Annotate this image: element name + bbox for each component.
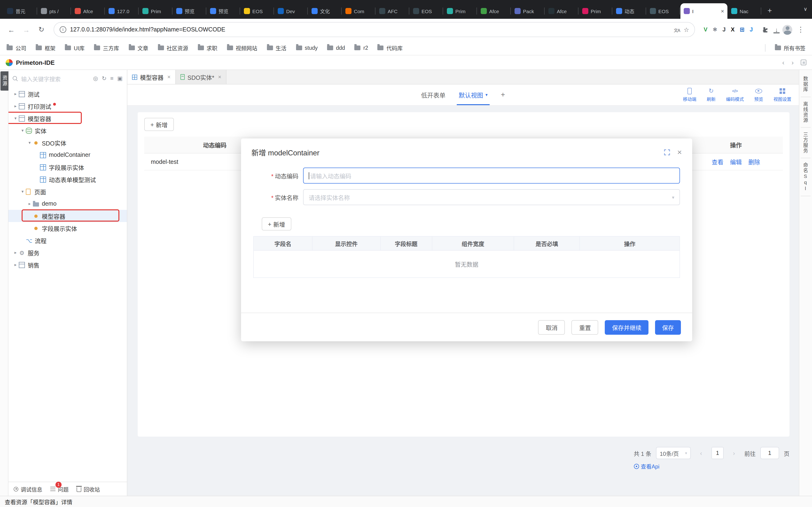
extension-icon[interactable]: ⊞ <box>740 26 745 33</box>
browser-tab[interactable]: 预览 <box>173 3 206 19</box>
tab-close-icon[interactable] <box>167 74 170 80</box>
sort-icon[interactable] <box>110 75 113 82</box>
browser-tab[interactable]: Afce <box>71 3 105 19</box>
document-tab[interactable]: SDO实体* <box>176 70 226 84</box>
bookmark-folder[interactable]: UI库 <box>65 44 85 51</box>
tree-item[interactable]: modelContainer <box>8 149 127 161</box>
extension-icon[interactable]: V <box>704 26 707 33</box>
row-action-link[interactable]: 编辑 <box>730 157 742 166</box>
tree-caret-icon[interactable]: ▾ <box>19 189 26 194</box>
sidebar-search[interactable]: 输入关键字搜索 <box>8 70 127 87</box>
right-vertical-tab[interactable]: 三方服务 <box>801 127 811 158</box>
tree-item[interactable]: 字段展示实体 <box>8 161 127 173</box>
bookmark-folder[interactable]: 文章 <box>129 44 148 51</box>
bookmark-folder[interactable]: r2 <box>354 45 368 50</box>
bookmark-folder[interactable]: study <box>296 45 318 50</box>
tree-caret-icon[interactable]: ▸ <box>12 104 19 108</box>
tab-overflow-chevron-icon[interactable] <box>804 6 807 12</box>
browser-tab[interactable]: pts / <box>38 3 71 19</box>
dialog-add-field-button[interactable]: 新增 <box>262 217 291 230</box>
right-vertical-tab[interactable]: 数据库 <box>801 72 811 97</box>
tree-item[interactable]: ▸销售 <box>8 259 127 271</box>
button-取消[interactable]: 取消 <box>538 320 565 334</box>
profile-avatar[interactable] <box>782 25 792 35</box>
ide-layout-icon[interactable] <box>801 60 806 65</box>
tree-item[interactable]: ▸打印测试 <box>8 100 127 112</box>
bookmark-folder[interactable]: 社区资源 <box>158 44 188 51</box>
translate-icon[interactable] <box>674 26 680 33</box>
primary-button-保存并继续[interactable]: 保存并继续 <box>605 320 649 334</box>
browser-tab[interactable]: Nac <box>728 3 761 19</box>
dynamic-code-input[interactable]: 请输入动态编码 <box>303 168 680 183</box>
bookmark-folder[interactable]: 生活 <box>267 44 287 51</box>
problems-button[interactable]: 问题 1 <box>50 485 68 493</box>
default-view-tab[interactable]: 默认视图 <box>459 84 488 105</box>
current-page-button[interactable]: 1 <box>711 447 724 459</box>
back-button[interactable] <box>5 23 18 36</box>
entity-name-select[interactable]: 请选择实体名称 <box>303 189 680 205</box>
browser-menu-button[interactable] <box>794 23 807 36</box>
bookmark-folder[interactable]: 公司 <box>7 44 26 51</box>
goto-page-input[interactable]: 1 <box>760 447 779 459</box>
tree-item[interactable]: ▾SDO实体 <box>8 136 127 149</box>
view-api-link[interactable]: 查看Api <box>634 462 659 470</box>
browser-tab[interactable]: 文化 <box>308 3 342 19</box>
tree-item[interactable]: 动态表单模型测试 <box>8 173 127 185</box>
bookmark-folder[interactable]: 三方库 <box>94 44 119 51</box>
tree-item[interactable]: 流程 <box>8 234 127 246</box>
extensions-puzzle-icon[interactable] <box>758 23 771 36</box>
forward-button[interactable] <box>20 23 33 36</box>
tree-item[interactable]: 模型容器 <box>8 210 127 222</box>
bookmark-folder[interactable]: 视频网站 <box>227 44 257 51</box>
panel-icon[interactable] <box>117 75 123 82</box>
browser-tab[interactable]: I× <box>680 3 727 19</box>
refresh-action-button[interactable]: 刷新 <box>707 87 716 102</box>
tree-item[interactable]: ▸测试 <box>8 88 127 100</box>
site-info-icon[interactable] <box>60 26 66 33</box>
bookmark-folder[interactable]: 求职 <box>198 44 217 51</box>
next-page-button[interactable] <box>728 447 740 459</box>
document-tab[interactable]: 模型容器 <box>128 70 176 84</box>
tab-close-icon[interactable]: × <box>721 8 724 14</box>
row-action-link[interactable]: 删除 <box>748 157 760 166</box>
browser-tab[interactable]: Afce <box>477 3 511 19</box>
browser-tab[interactable]: AFC <box>376 3 409 19</box>
tree-caret-icon[interactable]: ▸ <box>12 263 19 267</box>
browser-tab[interactable]: EOS <box>647 3 680 19</box>
reload-button[interactable] <box>35 23 48 36</box>
right-vertical-tab[interactable]: 离线资源 <box>801 97 811 127</box>
tree-item[interactable]: 字段展示实体 <box>8 222 127 234</box>
eye-action-button[interactable]: 预览 <box>754 87 763 102</box>
primary-button-保存[interactable]: 保存 <box>655 320 681 334</box>
bookmark-folder[interactable]: 代码库 <box>377 44 403 51</box>
tree-caret-icon[interactable]: ▸ <box>12 92 19 96</box>
extension-icon[interactable]: ✱ <box>713 26 717 33</box>
row-action-link[interactable]: 查看 <box>712 157 723 166</box>
tab-close-icon[interactable] <box>218 74 221 80</box>
browser-tab[interactable]: Pack <box>511 3 545 19</box>
bookmark-folder[interactable]: ddd <box>327 45 345 50</box>
tree-caret-icon[interactable]: ▸ <box>12 250 19 255</box>
browser-tab[interactable]: Prim <box>444 3 477 19</box>
extension-icon[interactable]: J <box>722 26 725 33</box>
locate-icon[interactable] <box>93 75 98 82</box>
extension-icon[interactable]: X <box>731 26 734 33</box>
refresh-tree-icon[interactable] <box>102 75 106 82</box>
prev-page-button[interactable] <box>696 447 707 459</box>
bookmark-star-icon[interactable] <box>684 26 689 33</box>
add-view-button[interactable]: + <box>501 91 505 99</box>
ide-back-icon[interactable] <box>782 59 784 66</box>
browser-tab[interactable]: EOS <box>241 3 274 19</box>
code-action-button[interactable]: 编码模式 <box>726 87 744 102</box>
browser-tab[interactable]: Dev <box>274 3 308 19</box>
browser-tab[interactable]: Prim <box>579 3 612 19</box>
extension-icon[interactable]: J <box>750 26 753 33</box>
right-vertical-tab[interactable]: 命名Sql <box>801 158 811 196</box>
tree-caret-icon[interactable]: ▾ <box>26 140 33 145</box>
browser-tab[interactable]: 普元 <box>4 3 37 19</box>
tree-caret-icon[interactable]: ▸ <box>26 202 33 206</box>
browser-tab[interactable]: 动态 <box>613 3 646 19</box>
tree-caret-icon[interactable]: ▾ <box>19 128 26 133</box>
browser-tab[interactable]: Com <box>342 3 375 19</box>
browser-tab[interactable]: 预览 <box>207 3 240 19</box>
